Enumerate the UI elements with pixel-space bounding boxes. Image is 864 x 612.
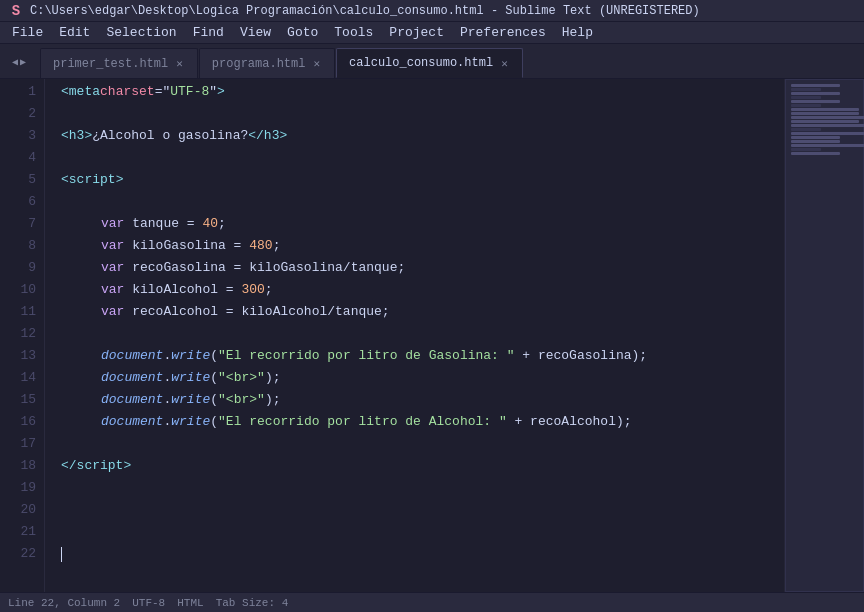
tab-calculo-consumo[interactable]: calculo_consumo.html ✕	[336, 48, 523, 78]
line-num-11: 11	[0, 301, 36, 323]
status-encoding: UTF-8	[132, 597, 165, 609]
code-line-16: document.write("El recorrido por litro d…	[61, 411, 784, 433]
code-line-8: var kiloGasolina = 480;	[61, 235, 784, 257]
tab-bar-inner: primer_test.html ✕ programa.html ✕ calcu…	[40, 44, 524, 78]
tab-close-programa[interactable]: ✕	[311, 56, 322, 71]
tab-close-calculo-consumo[interactable]: ✕	[499, 56, 510, 71]
tab-label-primer-test: primer_test.html	[53, 57, 168, 71]
line-num-2: 2	[0, 103, 36, 125]
line-num-18: 18	[0, 455, 36, 477]
menu-help[interactable]: Help	[554, 23, 601, 42]
code-line-17	[61, 433, 784, 455]
menu-find[interactable]: Find	[185, 23, 232, 42]
line-num-4: 4	[0, 147, 36, 169]
line-num-14: 14	[0, 367, 36, 389]
line-num-16: 16	[0, 411, 36, 433]
code-line-15: document.write("<br>");	[61, 389, 784, 411]
line-num-19: 19	[0, 477, 36, 499]
menu-bar: File Edit Selection Find View Goto Tools…	[0, 22, 864, 44]
app-logo: S	[8, 3, 24, 19]
line-num-17: 17	[0, 433, 36, 455]
tab-primer-test[interactable]: primer_test.html ✕	[40, 48, 198, 78]
title-bar: S C:\Users\edgar\Desktop\Logica Programa…	[0, 0, 864, 22]
code-line-12	[61, 323, 784, 345]
line-num-3: 3	[0, 125, 36, 147]
code-area[interactable]: <meta charset="UTF-8"> <h3>¿Alcohol o ga…	[45, 79, 784, 592]
code-line-22	[61, 543, 784, 565]
code-line-21	[61, 521, 784, 543]
menu-tools[interactable]: Tools	[326, 23, 381, 42]
status-bar: Line 22, Column 2 UTF-8 HTML Tab Size: 4	[0, 592, 864, 612]
status-syntax: HTML	[177, 597, 203, 609]
code-line-2	[61, 103, 784, 125]
line-num-7: 7	[0, 213, 36, 235]
line-num-9: 9	[0, 257, 36, 279]
tab-label-calculo-consumo: calculo_consumo.html	[349, 56, 493, 70]
code-line-19	[61, 477, 784, 499]
code-line-6	[61, 191, 784, 213]
code-line-10: var kiloAlcohol = 300;	[61, 279, 784, 301]
tab-label-programa: programa.html	[212, 57, 306, 71]
code-line-7: var tanque = 40;	[61, 213, 784, 235]
status-tab-size: Tab Size: 4	[216, 597, 289, 609]
menu-edit[interactable]: Edit	[51, 23, 98, 42]
line-num-8: 8	[0, 235, 36, 257]
code-line-11: var recoAlcohol = kiloAlcohol/tanque;	[61, 301, 784, 323]
status-position: Line 22, Column 2	[8, 597, 120, 609]
line-num-21: 21	[0, 521, 36, 543]
tab-next-btn[interactable]: ▶	[20, 56, 26, 68]
menu-preferences[interactable]: Preferences	[452, 23, 554, 42]
tab-bar: ◀ ▶ primer_test.html ✕ programa.html ✕ c…	[0, 44, 864, 79]
line-num-1: 1	[0, 81, 36, 103]
line-num-20: 20	[0, 499, 36, 521]
line-num-15: 15	[0, 389, 36, 411]
editor: 1 2 3 4 5 6 7 8 9 10 11 12 13 14 15 16 1…	[0, 79, 864, 592]
menu-project[interactable]: Project	[381, 23, 452, 42]
menu-selection[interactable]: Selection	[98, 23, 184, 42]
line-numbers: 1 2 3 4 5 6 7 8 9 10 11 12 13 14 15 16 1…	[0, 79, 45, 592]
tab-programa[interactable]: programa.html ✕	[199, 48, 335, 78]
line-num-6: 6	[0, 191, 36, 213]
tab-prev-btn[interactable]: ◀	[12, 56, 18, 68]
text-cursor	[61, 547, 62, 562]
code-line-9: var recoGasolina = kiloGasolina/tanque;	[61, 257, 784, 279]
window-title: C:\Users\edgar\Desktop\Logica Programaci…	[30, 4, 700, 18]
line-num-22: 22	[0, 543, 36, 565]
code-line-5: <script>	[61, 169, 784, 191]
code-line-14: document.write("<br>");	[61, 367, 784, 389]
code-line-18: </script>	[61, 455, 784, 477]
tab-close-primer-test[interactable]: ✕	[174, 56, 185, 71]
minimap	[784, 79, 864, 592]
code-line-20	[61, 499, 784, 521]
menu-file[interactable]: File	[4, 23, 51, 42]
code-line-4	[61, 147, 784, 169]
line-num-10: 10	[0, 279, 36, 301]
line-num-13: 13	[0, 345, 36, 367]
line-num-5: 5	[0, 169, 36, 191]
code-line-13: document.write("El recorrido por litro d…	[61, 345, 784, 367]
menu-view[interactable]: View	[232, 23, 279, 42]
minimap-viewport	[785, 79, 864, 592]
line-num-12: 12	[0, 323, 36, 345]
code-line-1: <meta charset="UTF-8">	[61, 81, 784, 103]
code-line-3: <h3>¿Alcohol o gasolina?</h3>	[61, 125, 784, 147]
menu-goto[interactable]: Goto	[279, 23, 326, 42]
